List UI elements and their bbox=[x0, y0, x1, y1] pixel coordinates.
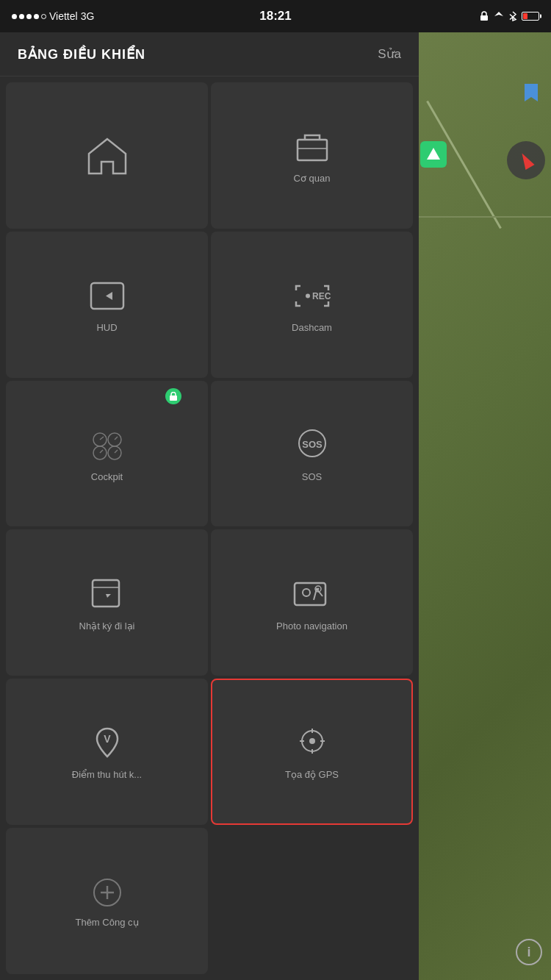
grid-cell-addtool[interactable]: Thêm Công cụ bbox=[6, 828, 208, 974]
sos-icon: SOS bbox=[290, 425, 334, 465]
svg-rect-14 bbox=[170, 396, 177, 401]
photo-nav-icon bbox=[290, 574, 334, 615]
photonav-label: Photo navigation bbox=[276, 620, 347, 632]
svg-point-22 bbox=[317, 587, 319, 590]
svg-text:REC: REC bbox=[312, 291, 331, 301]
grid-cell-photonav[interactable]: Photo navigation bbox=[211, 529, 413, 676]
office-label: Cơ quan bbox=[294, 173, 331, 185]
poi-icon: V bbox=[85, 723, 129, 763]
grid-cell-gps[interactable]: Tọa độ GPS bbox=[211, 679, 413, 825]
dashboard-panel: BẢNG ĐIỀU KHIỂN Sửa bbox=[0, 32, 419, 980]
svg-rect-0 bbox=[480, 15, 488, 21]
grid-cell-hud[interactable]: HUD bbox=[6, 232, 208, 378]
status-bar: Viettel 3G 18:21 bbox=[0, 0, 551, 32]
lock-status-icon bbox=[479, 11, 489, 21]
signal-dot-1 bbox=[12, 14, 17, 19]
location-icon bbox=[494, 11, 504, 21]
svg-point-4 bbox=[306, 293, 310, 298]
grid-cell-home[interactable] bbox=[6, 82, 208, 229]
panel-title: BẢNG ĐIỀU KHIỂN bbox=[18, 46, 378, 62]
svg-rect-17 bbox=[93, 580, 119, 607]
home-icon bbox=[85, 135, 129, 176]
info-icon: i bbox=[527, 945, 530, 960]
cockpit-icon bbox=[85, 425, 129, 465]
signal-dot-3 bbox=[26, 14, 32, 19]
bookmark-button[interactable] bbox=[523, 82, 539, 103]
gps-label: Tọa độ GPS bbox=[285, 769, 339, 781]
carrier-label: Viettel bbox=[49, 10, 78, 22]
map-compass[interactable] bbox=[507, 141, 545, 179]
map-road-2 bbox=[419, 216, 551, 218]
triplog-label: Nhật ký đi lại bbox=[79, 620, 135, 632]
network-label: 3G bbox=[81, 10, 95, 22]
hud-label: HUD bbox=[96, 322, 117, 334]
svg-point-25 bbox=[309, 738, 315, 744]
cockpit-lock-badge bbox=[165, 388, 181, 404]
svg-text:SOS: SOS bbox=[302, 439, 323, 450]
panel-header: BẢNG ĐIỀU KHIỂN Sửa bbox=[0, 32, 419, 76]
hud-icon bbox=[85, 276, 129, 316]
svg-text:V: V bbox=[104, 733, 111, 745]
dashcam-icon: REC bbox=[290, 276, 334, 316]
main-layout: BẢNG ĐIỀU KHIỂN Sửa bbox=[0, 32, 551, 980]
battery-icon bbox=[522, 12, 539, 21]
status-time: 18:21 bbox=[259, 9, 291, 24]
grid-cell-poi[interactable]: V Điểm thu hút k... bbox=[6, 679, 208, 825]
grid-cell-office[interactable]: Cơ quan bbox=[211, 82, 413, 229]
dashcam-label: Dashcam bbox=[292, 322, 332, 334]
grid-cell-dashcam[interactable]: REC Dashcam bbox=[211, 232, 413, 378]
signal-dot-4 bbox=[34, 14, 39, 19]
poi-label: Điểm thu hút k... bbox=[72, 769, 142, 781]
grid-cell-sos[interactable]: SOS SOS bbox=[211, 381, 413, 527]
battery-fill bbox=[523, 13, 527, 19]
signal-dots bbox=[12, 14, 46, 19]
svg-rect-1 bbox=[298, 140, 327, 160]
map-panel: i bbox=[419, 32, 551, 980]
edit-button[interactable]: Sửa bbox=[378, 46, 401, 62]
compass-needle bbox=[517, 151, 534, 170]
add-icon bbox=[89, 874, 126, 911]
svg-point-20 bbox=[303, 589, 310, 596]
addtool-label: Thêm Công cụ bbox=[75, 917, 138, 929]
svg-line-13 bbox=[115, 450, 118, 453]
dashboard-grid: Cơ quan HUD bbox=[0, 76, 419, 980]
sos-label: SOS bbox=[302, 471, 322, 483]
gps-icon bbox=[290, 723, 334, 763]
info-button[interactable]: i bbox=[516, 939, 542, 965]
cockpit-label: Cockpit bbox=[91, 471, 123, 483]
bluetooth-icon bbox=[508, 11, 517, 21]
triplog-icon bbox=[85, 574, 129, 615]
svg-line-10 bbox=[100, 437, 104, 440]
grid-cell-triplog[interactable]: Nhật ký đi lại bbox=[6, 529, 208, 676]
signal-dot-5 bbox=[41, 14, 46, 19]
svg-line-12 bbox=[100, 450, 103, 453]
office-icon bbox=[290, 126, 334, 167]
grid-cell-cockpit[interactable]: Cockpit bbox=[6, 381, 208, 527]
status-right bbox=[479, 11, 539, 21]
status-left: Viettel 3G bbox=[12, 10, 94, 22]
map-nav-marker bbox=[420, 141, 447, 168]
svg-line-11 bbox=[115, 437, 118, 440]
signal-dot-2 bbox=[19, 14, 24, 19]
